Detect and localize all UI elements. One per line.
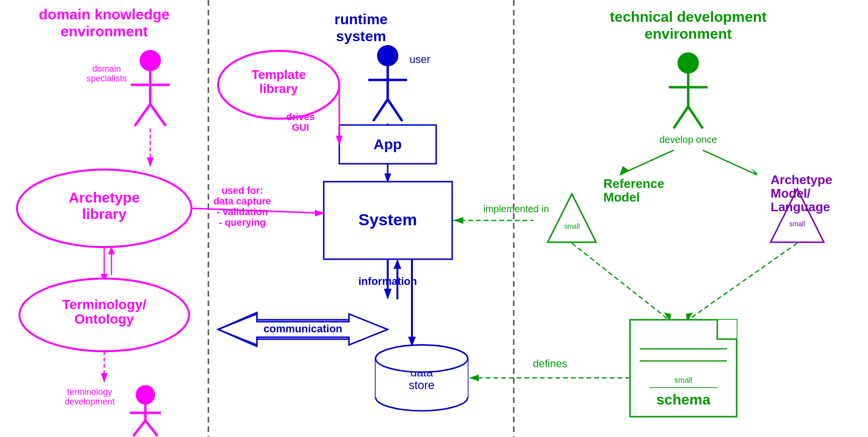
domain-specialist-head bbox=[140, 50, 161, 71]
information-label: information bbox=[359, 275, 417, 287]
arrow-dev-rm-head bbox=[619, 166, 629, 176]
terminology-text2: Ontology bbox=[75, 312, 134, 327]
user-label: user bbox=[410, 53, 430, 65]
domain-specialist-lleg bbox=[135, 104, 150, 126]
archetype-model-text: Archetype bbox=[771, 172, 832, 187]
domain-title: domain knowledge bbox=[39, 6, 170, 22]
schema-text: schema bbox=[656, 391, 710, 407]
ref-model-text2: Model bbox=[603, 190, 640, 204]
tech-title2: environment bbox=[645, 26, 732, 42]
archetype-model-text3: Language bbox=[771, 200, 830, 214]
term-dev-lleg bbox=[133, 421, 145, 436]
arrow-info-down-head bbox=[384, 289, 392, 299]
archetype-library-text: Archetype bbox=[69, 189, 140, 205]
develop-once-label: develop once bbox=[660, 134, 717, 145]
schema-small: small bbox=[674, 376, 692, 384]
arrow-system-impl-head bbox=[454, 217, 463, 224]
template-library-text: Template bbox=[252, 67, 306, 82]
used-for-label: used for: bbox=[221, 185, 263, 196]
arrow-schema-ds-head bbox=[469, 375, 479, 381]
archetype-model-text2: Model/ bbox=[771, 186, 810, 201]
domain-specialists-label2: specialists bbox=[86, 74, 126, 83]
ref-model-small: small bbox=[564, 222, 580, 230]
term-dev-label: terminology bbox=[67, 387, 112, 397]
term-dev-label2: development bbox=[64, 397, 114, 406]
arrow-rm-schema bbox=[572, 243, 669, 320]
system-text: System bbox=[359, 210, 417, 229]
term-dev-rleg bbox=[145, 421, 158, 436]
implemented-in-label: implemented in bbox=[483, 203, 549, 214]
arrow-dev-am bbox=[703, 150, 756, 174]
user-head bbox=[377, 45, 398, 66]
runtime-title: runtime bbox=[334, 11, 388, 27]
app-text: App bbox=[374, 136, 402, 152]
datastore-text2: store bbox=[409, 378, 434, 391]
arrow-am-schema bbox=[688, 243, 797, 320]
dev-lleg bbox=[674, 107, 688, 128]
dev-head bbox=[678, 52, 699, 74]
defines-label: defines bbox=[533, 358, 568, 370]
used-for-label3: - validation bbox=[217, 206, 268, 217]
drives-gui-label2: GUI bbox=[292, 122, 309, 133]
domain-title2: environment bbox=[61, 23, 148, 39]
archetype-library-text2: library bbox=[82, 206, 126, 222]
arrow-ds-al-head bbox=[147, 157, 154, 167]
terminology-text: Terminology/ bbox=[62, 297, 146, 312]
arrow-info-up-head bbox=[394, 259, 401, 269]
user-rleg bbox=[388, 99, 402, 121]
used-for-label4: - querying bbox=[219, 217, 266, 228]
archetype-model-small: small bbox=[789, 220, 805, 228]
domain-specialists-label: domain bbox=[92, 64, 121, 74]
template-library-text2: library bbox=[259, 81, 298, 96]
term-dev-head bbox=[136, 385, 155, 405]
user-lleg bbox=[373, 99, 388, 121]
ref-model-text: Reference bbox=[603, 176, 664, 191]
arrow-t-td-head bbox=[101, 373, 108, 383]
communication-label: communication bbox=[264, 323, 343, 335]
drives-gui-label: drives bbox=[286, 111, 315, 122]
schema-fold-cover bbox=[717, 320, 737, 339]
dev-rleg bbox=[688, 107, 703, 128]
datastore-top2 bbox=[376, 345, 468, 372]
ref-model-triangle bbox=[548, 194, 596, 242]
domain-specialist-rleg bbox=[150, 104, 166, 126]
tech-title: technical development bbox=[610, 9, 766, 25]
runtime-title2: system bbox=[336, 28, 386, 44]
used-for-label2: data capture bbox=[214, 196, 271, 206]
